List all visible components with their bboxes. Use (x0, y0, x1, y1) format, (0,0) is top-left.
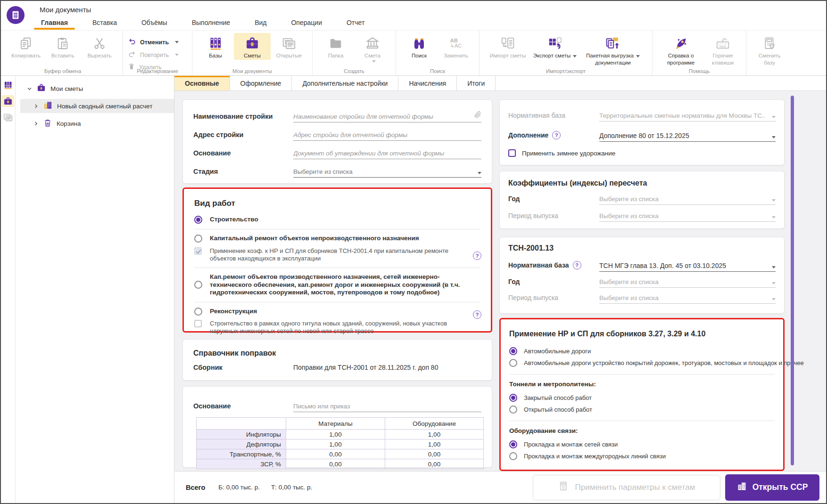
radio-icon[interactable] (194, 308, 202, 316)
coef-year-select[interactable]: Выберите из списка (599, 195, 776, 205)
one-title-checkbox-row[interactable]: Строительство в рамках одного титула нов… (194, 320, 480, 335)
menu-tab-vypolnenie[interactable]: Выполнение (190, 15, 232, 30)
estimates-button[interactable]: Сметы (234, 33, 271, 60)
tsn13-base-select[interactable]: ТСН МГЭ глава 13. Доп. 45 от 03.10.2025 (599, 262, 776, 272)
undo-button[interactable]: Отменить (128, 37, 187, 47)
menu-tab-obyomy[interactable]: Объёмы (140, 15, 169, 30)
tunnels-option-closed[interactable]: Закрытый способ работ (509, 394, 775, 402)
replace-button[interactable]: AB↳AC Заменить (438, 33, 474, 60)
work-type-option-capital-repair[interactable]: Капитальный ремонт объектов непроизводст… (194, 235, 480, 243)
menu-tab-operacii[interactable]: Операции (289, 15, 323, 30)
menu-tab-vid[interactable]: Вид (253, 15, 268, 30)
cut-button[interactable]: Вырезать (81, 33, 118, 60)
stage-caret[interactable] (478, 172, 481, 174)
create-estimate-caret[interactable] (372, 60, 376, 63)
dropdown-caret[interactable] (772, 136, 776, 138)
strip-estimates-icon[interactable] (2, 95, 14, 107)
help-icon[interactable] (473, 310, 481, 319)
inflators-basis-input[interactable]: Письмо или приказ (293, 403, 481, 412)
radio-icon[interactable] (509, 452, 517, 460)
open-ssr-button[interactable]: Открыть ССР (725, 474, 819, 501)
table-cell[interactable]: 0,00 (286, 459, 385, 469)
paste-button[interactable]: Вставить (44, 33, 81, 60)
export-caret[interactable] (573, 55, 577, 57)
dropdown-caret[interactable] (772, 266, 776, 268)
addition-select[interactable]: Дополнение 80 от 15.12.2025 (599, 132, 776, 142)
table-cell[interactable]: 0,00 (286, 449, 385, 459)
table-cell[interactable]: 0,00 (385, 449, 484, 459)
help-icon[interactable] (573, 261, 581, 269)
search-button[interactable]: Поиск (401, 33, 438, 60)
radio-icon[interactable] (194, 281, 202, 289)
tsn13-year-select[interactable]: Выберите из списка (599, 278, 776, 288)
change-base-button[interactable]: Сменить базу (751, 33, 788, 67)
winter-costs-checkbox-row[interactable]: Применить зимнее удорожание (508, 149, 776, 157)
tab-itogi[interactable]: Итоги (457, 76, 496, 90)
open-documents-button[interactable]: Открытые (271, 33, 307, 60)
repair-coef-checkbox-row[interactable]: Применение коэф. к НР и СП для сборников… (194, 247, 480, 262)
tsn13-period-select[interactable]: Выберите из списка (599, 294, 776, 304)
work-type-option-production-repair[interactable]: Кап.ремонт объектов производственного на… (194, 273, 480, 297)
table-cell[interactable]: 1,00 (286, 430, 385, 439)
vertical-scrollbar[interactable] (791, 96, 794, 465)
table-cell[interactable]: 1,00 (385, 430, 484, 439)
radio-selected-icon[interactable] (509, 394, 517, 402)
work-type-option-reconstruction[interactable]: Реконструкция (194, 308, 480, 316)
menu-tab-otchet[interactable]: Отчет (345, 15, 366, 30)
table-cell[interactable]: 0,00 (385, 459, 484, 469)
construction-name-input[interactable]: Наименование стройки для отчетной формы (293, 111, 481, 122)
undo-dropdown-caret[interactable] (175, 41, 179, 43)
about-button[interactable]: Справка о программе (657, 33, 704, 67)
tree-item-my-estimates[interactable]: Мои сметы (16, 81, 174, 96)
create-folder-button[interactable]: Папка (317, 33, 354, 60)
radio-icon[interactable] (194, 235, 202, 243)
tree-item-summary-calculation[interactable]: Новый сводный сметный расчет (20, 99, 174, 113)
radio-selected-icon[interactable] (509, 440, 517, 448)
basis-input[interactable]: Документ об утверждении для отчетной фор… (293, 150, 481, 159)
strip-open-icon[interactable] (2, 111, 14, 123)
help-icon[interactable] (552, 131, 561, 139)
menu-tab-glavnaya[interactable]: Главная (40, 15, 69, 30)
strip-bases-icon[interactable] (2, 79, 14, 91)
help-icon[interactable] (473, 252, 481, 260)
work-type-option-construction[interactable]: Строительство (194, 216, 480, 224)
apply-parameters-button[interactable]: Применить параметры к сметам (533, 475, 720, 500)
radio-selected-icon[interactable] (509, 347, 517, 355)
hotkeys-button[interactable]: Горячие клавиши (704, 33, 741, 67)
table-cell[interactable]: 1,00 (385, 439, 484, 449)
redo-dropdown-caret[interactable] (175, 54, 179, 56)
import-estimate-button[interactable]: Импорт сметы (484, 33, 531, 60)
export-estimate-button[interactable]: Экспорт сметы (531, 33, 579, 60)
radio-icon[interactable] (509, 359, 517, 367)
copy-button[interactable]: Копировать (8, 33, 44, 60)
corrections-collection-value[interactable]: Поправки для ТСН-2001 от 28.11.2025 г. д… (293, 364, 481, 371)
bases-button[interactable]: Базы (197, 33, 234, 60)
coef-period-select[interactable]: Выберите из списка (599, 212, 776, 222)
comm-option-networks[interactable]: Прокладка и монтаж сетей связи (509, 440, 775, 448)
roads-option-2[interactable]: Автомобильные дороги устройство покрытий… (509, 359, 775, 367)
tab-osnovnye[interactable]: Основные (174, 76, 230, 90)
roads-option-1[interactable]: Автомобильные дороги (509, 347, 775, 355)
chevron-right-icon[interactable] (33, 121, 39, 126)
comm-option-longdistance[interactable]: Прокладка и монтаж междугородных линий с… (509, 452, 775, 460)
redo-button[interactable]: Повторить (128, 50, 187, 60)
table-cell[interactable]: 1,00 (286, 439, 385, 449)
dropdown-caret-disabled (772, 199, 776, 202)
tab-nachisleniya[interactable]: Начисления (398, 76, 457, 90)
tab-oformlenie[interactable]: Оформление (230, 76, 292, 90)
tunnels-option-open[interactable]: Открытый способ работ (509, 406, 775, 414)
radio-icon[interactable] (509, 406, 517, 414)
address-input[interactable]: Адрес стройки для отчетной формы (293, 131, 481, 141)
chevron-right-icon[interactable] (33, 104, 39, 109)
tab-dop-nastroyki[interactable]: Дополнительные настройки (292, 76, 398, 90)
stage-select[interactable]: Выберите из списка (293, 168, 481, 178)
chevron-down-icon[interactable] (27, 86, 32, 91)
batch-export-button[interactable]: Пакетная выгрузка документации (579, 33, 647, 67)
normative-base-select[interactable]: Территориальные сметные нормативы для Мо… (599, 112, 776, 122)
radio-selected-icon[interactable] (194, 216, 202, 224)
create-estimate-button[interactable]: Смета (354, 33, 391, 64)
menu-tab-vstavka[interactable]: Вставка (91, 15, 118, 30)
batch-export-caret[interactable] (636, 55, 640, 57)
paperclip-icon[interactable] (474, 111, 481, 120)
tree-item-trash[interactable]: Корзина (16, 116, 174, 130)
